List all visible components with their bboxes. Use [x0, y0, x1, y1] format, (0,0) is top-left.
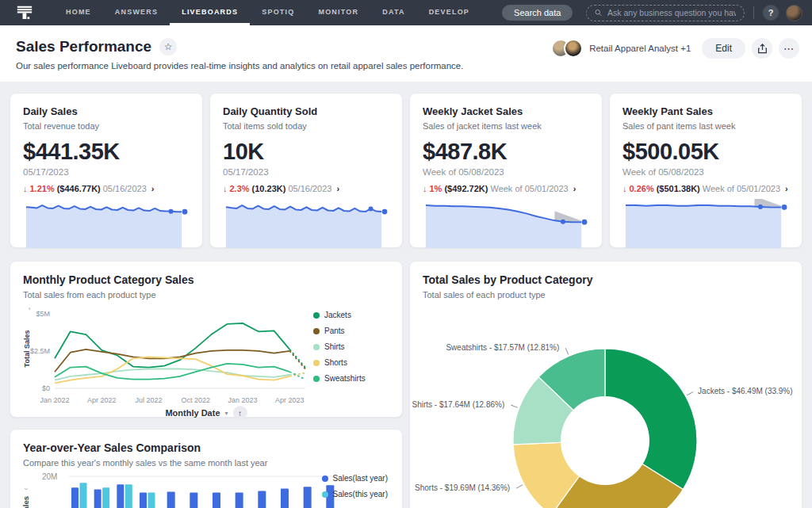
kpi-change-row: ↓ 1.21% ($446.77K) 05/16/2023 › [23, 184, 190, 193]
nav-item-monitor[interactable]: MONITOR [306, 0, 370, 25]
top-nav: HOMEANSWERSLIVEBOARDSSPOTIQMONITORDATADE… [0, 0, 812, 25]
monthly-line-chart[interactable]: $0$2.5M$5MJan 2022Apr 2022Jul 2022Oct 20… [23, 301, 312, 409]
svg-text:›: › [29, 305, 31, 312]
legend-item-sweatshirts[interactable]: Sweatshirts [313, 374, 366, 383]
kpi-sparkline[interactable] [23, 199, 190, 248]
legend-label: Sweatshirts [324, 374, 366, 383]
down-arrow-icon: ↓ [423, 184, 427, 193]
svg-text:Total Sales: Total Sales [23, 330, 31, 368]
chart-subtitle: Total sales from each product type [23, 290, 389, 300]
ask-question-input[interactable] [607, 8, 736, 17]
nav-item-answers[interactable]: ANSWERS [103, 0, 170, 25]
legend-dot [322, 491, 328, 498]
nav-item-spotiq[interactable]: SPOTIQ [250, 0, 306, 25]
donut-slice-label-shorts: Shorts - $19.69M (14.36%) [415, 483, 510, 492]
user-avatar[interactable] [786, 5, 802, 21]
svg-text:$2.5M: $2.5M [30, 347, 50, 355]
search-data-button[interactable]: Search data [502, 5, 573, 21]
nav-item-develop[interactable]: DEVELOP [417, 0, 481, 25]
legend-dot [313, 360, 320, 366]
liveboard-content: Daily Sales Total revenue today $441.35K… [0, 82, 812, 508]
legend-item-shorts[interactable]: Shorts [313, 358, 366, 367]
down-arrow-icon: ↓ [622, 184, 627, 193]
legend-dot [322, 476, 328, 482]
kpi-title: Weekly Jacket Sales [423, 105, 589, 117]
svg-text:Apr 2022: Apr 2022 [87, 396, 117, 404]
more-options-button[interactable]: ⋯ [779, 38, 799, 59]
kpi-value: 10K [223, 139, 389, 165]
change-percent: 1% [430, 184, 442, 193]
star-icon: ☆ [164, 41, 173, 52]
nav-item-data[interactable]: DATA [370, 0, 416, 25]
legend-item-shirts[interactable]: Shirts [313, 342, 366, 351]
down-arrow-icon: ↓ [23, 184, 28, 193]
change-percent: 1.21% [30, 184, 55, 193]
help-button[interactable]: ? [763, 5, 779, 21]
chevron-right-icon[interactable]: › [151, 184, 155, 193]
liveboard-header: Sales Performance ☆ Our sales performanc… [0, 25, 812, 82]
donut-slice-label-shirts: Shirts - $17.64M (12.86%) [412, 400, 505, 409]
share-button[interactable] [752, 38, 772, 59]
legend-label: Sales(last year) [333, 474, 388, 483]
legend-item-jackets[interactable]: Jackets [313, 311, 366, 319]
x-axis-label[interactable]: Monthly Date [165, 408, 220, 418]
chevron-right-icon[interactable]: › [785, 184, 788, 193]
kpi-card-1: Daily Quantity Sold Total items sold tod… [209, 93, 403, 248]
chart-subtitle: Compare this year's monthly sales vs the… [23, 458, 389, 468]
monthly-category-sales-card: Monthly Product Category Sales Total sal… [10, 261, 403, 418]
svg-text:Oct 2022: Oct 2022 [181, 396, 210, 404]
change-previous-date: Week of 05/01/2023 [490, 184, 568, 193]
search-icon [595, 9, 602, 17]
kpi-sparkline[interactable] [223, 199, 389, 248]
authors-label: Retail Apparel Analyst +1 [589, 44, 691, 53]
chevron-right-icon[interactable]: › [336, 184, 339, 193]
svg-text:$0: $0 [42, 384, 50, 392]
donut-slice-label-jackets: Jackets - $46.49M (33.9%) [698, 387, 793, 395]
legend-dot [313, 344, 320, 350]
chevron-down-icon[interactable]: ▾ [225, 410, 228, 417]
svg-text:Jan 2023: Jan 2023 [228, 396, 257, 404]
chevron-right-icon[interactable]: › [573, 184, 576, 193]
legend-label: Shirts [324, 342, 345, 351]
author-avatars [551, 39, 583, 58]
change-percent: 2.3% [230, 184, 250, 193]
kpi-date: Week of 05/08/2023 [423, 167, 589, 177]
avatar [564, 39, 583, 58]
legend-dot [313, 312, 320, 319]
svg-text:Jul 2022: Jul 2022 [135, 396, 162, 404]
favorite-star-button[interactable]: ☆ [159, 38, 177, 55]
kpi-date: 05/17/2023 [23, 167, 190, 177]
change-previous-value: ($492.72K) [444, 184, 488, 193]
legend-item-pants[interactable]: Pants [313, 327, 366, 335]
legend-item-sales-last-year-[interactable]: Sales(last year) [322, 474, 388, 483]
svg-text:$5M: $5M [36, 310, 50, 318]
nav-item-home[interactable]: HOME [54, 0, 103, 25]
yoy-sales-comparison-card: Year-over-Year Sales Comparison Compare … [10, 429, 403, 508]
legend-item-sales-this-year-[interactable]: Sales(this year) [322, 490, 388, 498]
y-axis-title: Total Sales [21, 496, 30, 508]
page-title: Sales Performance [16, 38, 151, 55]
kpi-title: Daily Sales [23, 105, 190, 117]
edit-button[interactable]: Edit [702, 38, 745, 59]
chart-legend: Sales(last year)Sales(this year) [322, 474, 388, 498]
axis-collapse-icon[interactable]: › [22, 488, 30, 491]
ask-question-input-wrap[interactable] [586, 5, 745, 21]
kpi-date: 05/17/2023 [223, 167, 389, 177]
kpi-sparkline[interactable] [423, 199, 589, 248]
nav-item-liveboards[interactable]: LIVEBOARDS [170, 0, 250, 25]
thoughtspot-logo-icon[interactable] [16, 4, 33, 21]
kpi-change-row: ↓ 1% ($492.72K) Week of 05/01/2023 › [423, 184, 589, 193]
legend-label: Jackets [324, 311, 351, 319]
change-previous-date: 05/16/2023 [288, 184, 331, 193]
legend-label: Sales(this year) [333, 490, 388, 498]
change-percent: 0.26% [630, 184, 654, 193]
yoy-bar-chart[interactable] [69, 474, 342, 508]
kpi-subtitle: Sales of jacket items last week [423, 121, 589, 131]
kpi-sparkline[interactable] [622, 199, 789, 248]
donut-chart[interactable]: Jackets - $46.49M (33.9%)Shorts - $19.69… [410, 262, 802, 508]
svg-text:Apr 2023: Apr 2023 [275, 396, 304, 404]
kpi-change-row: ↓ 0.26% ($501.38K) Week of 05/01/2023 › [622, 184, 789, 193]
sort-ascending-button[interactable]: ↑ [233, 406, 247, 420]
y-axis-tick: 20M [42, 472, 57, 481]
legend-dot [313, 328, 320, 334]
